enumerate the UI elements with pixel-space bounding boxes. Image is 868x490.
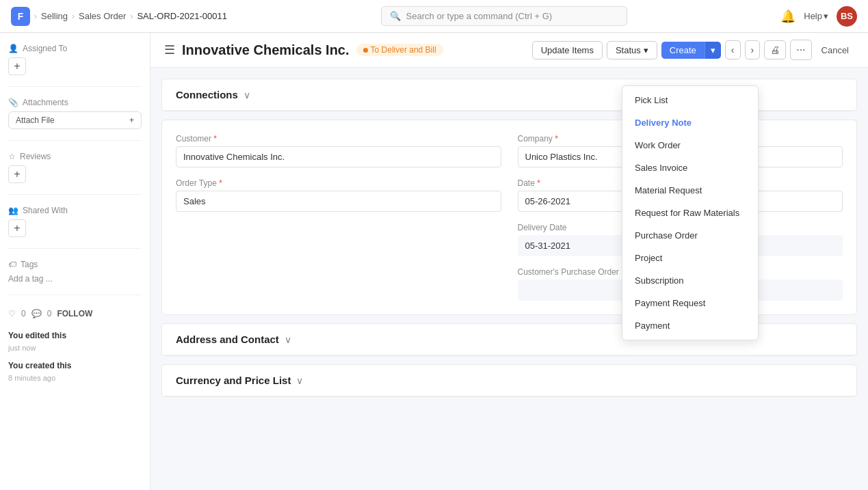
divider-4 bbox=[8, 248, 142, 249]
status-button[interactable]: Status ▾ bbox=[607, 41, 657, 59]
person-icon: 👤 bbox=[8, 44, 18, 53]
create-button-group: Create ▾ bbox=[661, 42, 721, 59]
order-type-field: Order Type * bbox=[176, 178, 501, 212]
search-bar[interactable]: 🔍 Search or type a command (Ctrl + G) bbox=[381, 6, 627, 26]
breadcrumb-selling[interactable]: Selling bbox=[41, 11, 68, 21]
search-area: 🔍 Search or type a command (Ctrl + G) bbox=[381, 6, 627, 26]
customer-label: Customer * bbox=[176, 134, 501, 144]
order-type-required: * bbox=[219, 178, 222, 188]
create-button[interactable]: Create bbox=[661, 42, 705, 59]
breadcrumb-sep-3: › bbox=[130, 12, 133, 21]
document-title: Innovative Chemicals Inc. bbox=[182, 42, 350, 58]
breadcrumb-sep-2: › bbox=[72, 12, 75, 21]
breadcrumb-sales-order[interactable]: Sales Order bbox=[79, 11, 126, 21]
breadcrumb-area: F › Selling › Sales Order › SAL-ORD-2021… bbox=[11, 7, 227, 26]
like-count: 0 bbox=[21, 309, 26, 318]
dropdown-item-purchase-order[interactable]: Purchase Order bbox=[622, 224, 758, 247]
breadcrumb-current: SAL-ORD-2021-00011 bbox=[137, 11, 227, 21]
add-assigned-button[interactable]: + bbox=[8, 57, 26, 75]
breadcrumb-sep-1: › bbox=[34, 12, 37, 21]
like-icon: ♡ bbox=[8, 309, 16, 318]
dropdown-item-pick-list[interactable]: Pick List bbox=[622, 89, 758, 111]
add-tag-input[interactable]: Add a tag ... bbox=[8, 274, 53, 284]
attachments-label: 📎 Attachments bbox=[8, 98, 142, 107]
top-navigation: F › Selling › Sales Order › SAL-ORD-2021… bbox=[0, 0, 868, 33]
dropdown-item-payment[interactable]: Payment bbox=[622, 314, 758, 337]
company-required: * bbox=[555, 134, 558, 144]
main-layout: 👤 Assigned To + 📎 Attachments Attach Fil… bbox=[0, 33, 868, 490]
customer-field: Customer * bbox=[176, 134, 501, 167]
app-icon[interactable]: F bbox=[11, 7, 30, 26]
plus-icon: + bbox=[129, 115, 134, 125]
hamburger-button[interactable]: ☰ bbox=[164, 42, 175, 57]
dropdown-item-subscription[interactable]: Subscription bbox=[622, 269, 758, 292]
connections-title: Connections bbox=[176, 89, 238, 100]
content-area: ☰ Innovative Chemicals Inc. To Deliver a… bbox=[150, 33, 868, 490]
dropdown-item-payment-request[interactable]: Payment Request bbox=[622, 292, 758, 314]
reviews-section: ☆ Reviews + bbox=[8, 152, 142, 183]
activity-item-1: You created this 8 minutes ago bbox=[8, 359, 142, 384]
more-actions-button[interactable]: ··· bbox=[790, 40, 811, 60]
status-chevron-icon: ▾ bbox=[644, 45, 648, 55]
print-button[interactable]: 🖨 bbox=[764, 40, 786, 59]
notifications-button[interactable]: 🔔 bbox=[780, 9, 795, 24]
add-shared-button[interactable]: + bbox=[8, 219, 26, 237]
attach-file-button[interactable]: Attach File + bbox=[8, 111, 142, 129]
address-toggle-icon: ∨ bbox=[285, 334, 291, 345]
tags-label: 🏷 Tags bbox=[8, 260, 142, 269]
dropdown-item-request-raw-materials[interactable]: Request for Raw Materials bbox=[622, 202, 758, 224]
divider-2 bbox=[8, 140, 142, 141]
status-dot bbox=[363, 48, 368, 53]
star-icon: ☆ bbox=[8, 152, 16, 161]
dropdown-item-work-order[interactable]: Work Order bbox=[622, 134, 758, 156]
next-button[interactable]: › bbox=[745, 40, 761, 59]
sidebar: 👤 Assigned To + 📎 Attachments Attach Fil… bbox=[0, 33, 150, 490]
order-type-input[interactable] bbox=[176, 191, 501, 212]
help-chevron-icon: ▾ bbox=[824, 11, 828, 21]
user-avatar[interactable]: BS bbox=[837, 6, 857, 27]
cancel-button[interactable]: Cancel bbox=[816, 42, 854, 59]
document-actions: Update Items Status ▾ Create ▾ ‹ › 🖨 ···… bbox=[532, 40, 854, 60]
currency-title: Currency and Price List bbox=[176, 375, 291, 386]
follow-button[interactable]: FOLLOW bbox=[57, 309, 92, 318]
dropdown-item-delivery-note[interactable]: Delivery Note bbox=[622, 111, 758, 134]
currency-toggle-icon: ∨ bbox=[296, 375, 303, 386]
dropdown-item-project[interactable]: Project bbox=[622, 247, 758, 269]
reviews-label: ☆ Reviews bbox=[8, 152, 142, 161]
update-items-button[interactable]: Update Items bbox=[532, 41, 603, 59]
create-dropdown-menu: Pick List Delivery Note Work Order Sales… bbox=[622, 85, 759, 340]
status-badge: To Deliver and Bill bbox=[356, 44, 443, 56]
customer-input[interactable] bbox=[176, 146, 501, 167]
dropdown-item-sales-invoice[interactable]: Sales Invoice bbox=[622, 156, 758, 179]
share-icon: 👥 bbox=[8, 206, 18, 215]
address-title: Address and Contact bbox=[176, 334, 279, 345]
search-placeholder: Search or type a command (Ctrl + G) bbox=[406, 11, 553, 21]
attachments-section: 📎 Attachments Attach File + bbox=[8, 98, 142, 129]
currency-header[interactable]: Currency and Price List ∨ bbox=[162, 365, 856, 396]
search-icon: 🔍 bbox=[390, 11, 401, 21]
assigned-to-label: 👤 Assigned To bbox=[8, 44, 142, 53]
top-right-actions: 🔔 Help ▾ BS bbox=[780, 6, 857, 27]
comment-count: 0 bbox=[47, 309, 52, 318]
order-type-label: Order Type * bbox=[176, 178, 501, 188]
dropdown-item-material-request[interactable]: Material Request bbox=[622, 179, 758, 202]
prev-button[interactable]: ‹ bbox=[725, 40, 741, 59]
shared-with-label: 👥 Shared With bbox=[8, 206, 142, 215]
currency-section: Currency and Price List ∨ bbox=[161, 364, 857, 397]
activity-section: You edited this just now You created thi… bbox=[8, 329, 142, 384]
help-button[interactable]: Help ▾ bbox=[804, 11, 828, 21]
divider-5 bbox=[8, 295, 142, 295]
tag-icon: 🏷 bbox=[8, 260, 16, 269]
doc-title-row: ☰ Innovative Chemicals Inc. To Deliver a… bbox=[164, 42, 443, 58]
follow-row: ♡ 0 💬 0 FOLLOW bbox=[8, 309, 142, 318]
date-required: * bbox=[537, 178, 540, 188]
add-review-button[interactable]: + bbox=[8, 165, 26, 183]
comment-icon: 💬 bbox=[31, 309, 42, 318]
create-dropdown-button[interactable]: ▾ bbox=[705, 42, 721, 59]
assigned-to-section: 👤 Assigned To + bbox=[8, 44, 142, 75]
customer-required: * bbox=[213, 134, 217, 144]
divider-1 bbox=[8, 86, 142, 87]
connections-toggle-icon: ∨ bbox=[244, 90, 250, 100]
divider-3 bbox=[8, 194, 142, 195]
paperclip-icon: 📎 bbox=[8, 98, 18, 107]
